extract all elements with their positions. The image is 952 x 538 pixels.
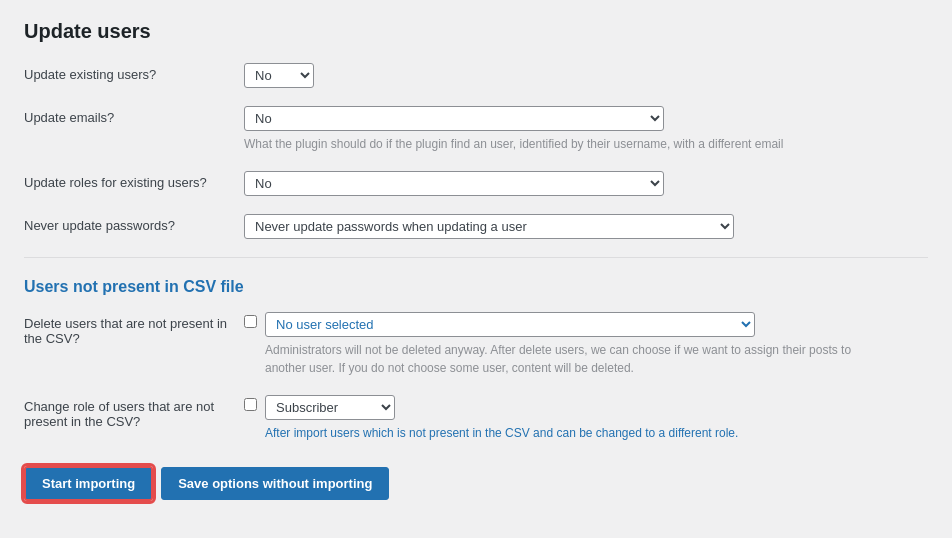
never-update-passwords-control: Never update passwords when updating a u… [244,214,928,239]
update-emails-select[interactable]: No Yes [244,106,664,131]
update-roles-row: Update roles for existing users? No Yes [24,171,928,196]
update-roles-select[interactable]: No Yes [244,171,664,196]
page-title: Update users [24,20,928,43]
change-role-help: After import users which is not present … [265,424,885,442]
change-role-content: Subscriber Contributor Author Editor Adm… [265,395,928,442]
update-emails-row: Update emails? No Yes What the plugin sh… [24,106,928,153]
update-roles-control: No Yes [244,171,928,196]
change-role-select[interactable]: Subscriber Contributor Author Editor Adm… [265,395,395,420]
csv-section-title-highlight: CSV file [183,278,243,295]
change-role-row: Change role of users that are not presen… [24,395,928,442]
button-row: Start importing Save options without imp… [24,466,928,501]
never-update-passwords-select[interactable]: Never update passwords when updating a u… [244,214,734,239]
update-existing-select[interactable]: No Yes [244,63,314,88]
csv-section-title-static: Users not present in [24,278,183,295]
update-emails-label: Update emails? [24,106,244,125]
save-options-button[interactable]: Save options without importing [161,467,389,500]
update-emails-help: What the plugin should do if the plugin … [244,135,864,153]
start-importing-button[interactable]: Start importing [24,466,153,501]
update-existing-row: Update existing users? No Yes [24,63,928,88]
csv-section-title: Users not present in CSV file [24,278,928,296]
delete-users-select[interactable]: No user selected [265,312,755,337]
delete-users-row: Delete users that are not present in the… [24,312,928,377]
update-existing-label: Update existing users? [24,63,244,82]
delete-users-help: Administrators will not be deleted anywa… [265,341,885,377]
change-role-checkbox[interactable] [244,398,257,411]
change-role-label: Change role of users that are not presen… [24,395,244,429]
delete-users-checkbox[interactable] [244,315,257,328]
update-roles-label: Update roles for existing users? [24,171,244,190]
delete-users-control: No user selected Administrators will not… [244,312,928,377]
never-update-passwords-row: Never update passwords? Never update pas… [24,214,928,239]
delete-users-label: Delete users that are not present in the… [24,312,244,346]
never-update-passwords-label: Never update passwords? [24,214,244,233]
update-existing-control: No Yes [244,63,928,88]
delete-users-content: No user selected Administrators will not… [265,312,928,377]
section-divider [24,257,928,258]
change-role-control: Subscriber Contributor Author Editor Adm… [244,395,928,442]
update-emails-control: No Yes What the plugin should do if the … [244,106,928,153]
